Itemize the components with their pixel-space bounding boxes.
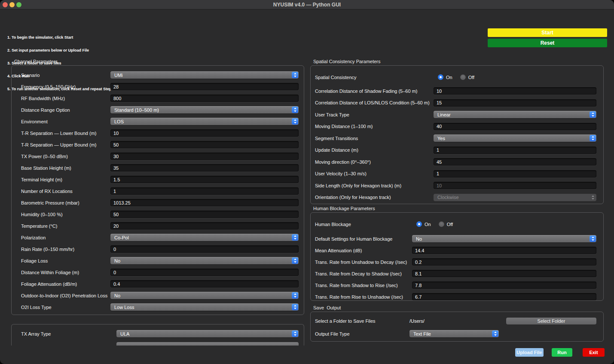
terminal-height-m-row: Terminal Height (m) xyxy=(21,176,299,183)
orientation-only-for-hexagon-track-select: Clockwise xyxy=(434,194,596,201)
spatial-consistency-radio-off[interactable]: Off xyxy=(460,74,474,80)
user-track-type-row: User Track TypeLinear xyxy=(315,111,596,118)
frequency-0-5-150-ghz-input[interactable] xyxy=(110,83,299,90)
trans-rate-from-decay-to-shadow-sec-row: Trans. Rate from Decay to Shadow (/sec) xyxy=(315,270,596,277)
distance-within-foliage-m-input[interactable] xyxy=(110,269,299,276)
start-button[interactable]: Start xyxy=(488,28,607,37)
foliage-attenuation-db-m-input[interactable] xyxy=(110,280,299,288)
spatial-consistency-title: Spatial Consistency Parameters xyxy=(313,59,381,64)
o2i-loss-type-select[interactable]: Low Loss xyxy=(110,303,299,311)
radio-button-icon xyxy=(416,221,422,227)
chevron-up-down-icon xyxy=(292,72,298,78)
channel-parameters-title: Channel Parameters xyxy=(14,59,58,64)
user-velocity-1-30-m-s-input[interactable] xyxy=(434,170,596,177)
exit-button[interactable]: Exit xyxy=(583,348,605,357)
human-blockage-label: Human Blockage xyxy=(315,222,412,227)
distance-range-option-select[interactable]: Standard (10–500 m) xyxy=(110,106,299,113)
terminal-height-m-input[interactable] xyxy=(110,176,299,183)
t-r-separation-lower-bound-m-input[interactable] xyxy=(110,129,299,137)
moving-distance-1-100-m-row: Moving Distance (1–100 m) xyxy=(315,123,596,130)
upload-file-button[interactable]: Upload File xyxy=(515,348,544,357)
selected-option-text: No xyxy=(416,236,590,242)
trans-rate-from-decay-to-shadow-sec-input[interactable] xyxy=(412,270,596,277)
select-folder-button[interactable]: Select Folder xyxy=(506,318,596,324)
barometric-pressure-mbar-input[interactable] xyxy=(110,199,299,206)
user-velocity-1-30-m-s-row: User Velocity (1–30 m/s) xyxy=(315,170,596,177)
rf-bandwidth-mhz-input[interactable] xyxy=(110,95,299,102)
tx-array-type-label: TX Array Type xyxy=(21,331,116,336)
selected-option-text: No xyxy=(114,293,292,298)
correlation-distance-of-los-nlos-condition-5-60-m-input[interactable] xyxy=(434,99,596,107)
t-r-separation-upper-bound-m-row: T-R Separation — Upper Bound (m) xyxy=(21,141,299,148)
foliage-loss-select[interactable]: No xyxy=(110,257,299,264)
tx-power-0-50-dbm-row: TX Power (0–50 dBm) xyxy=(21,153,299,160)
selected-option-text: ULA xyxy=(120,331,292,336)
human-blockage-title: Human Blockage Parameters xyxy=(313,206,375,211)
tx-power-0-50-dbm-input[interactable] xyxy=(110,153,299,160)
user-velocity-1-30-m-s-label: User Velocity (1–30 m/s) xyxy=(315,171,434,176)
segment-transitions-select[interactable]: Yes xyxy=(434,135,596,142)
trans-rate-from-unshadow-to-decay-sec-row: Trans. Rate from Unshadow to Decay (/sec… xyxy=(315,258,596,266)
chevron-up-down-icon xyxy=(292,107,298,113)
correlation-distance-of-shadow-fading-5-60-m-input[interactable] xyxy=(434,87,596,95)
update-distance-m-label: Update Distance (m) xyxy=(315,147,434,153)
user-track-type-select[interactable]: Linear xyxy=(434,111,596,118)
output-file-type-select[interactable]: Text File xyxy=(409,330,499,337)
human-blockage-radio-off[interactable]: Off xyxy=(439,221,453,227)
rain-rate-0-150-mm-hr-input[interactable] xyxy=(110,245,299,253)
trans-rate-from-unshadow-to-decay-sec-input[interactable] xyxy=(412,258,596,266)
environment-select[interactable]: LOS xyxy=(110,118,299,125)
tx-power-0-50-dbm-label: TX Power (0–50 dBm) xyxy=(21,154,110,159)
reset-button[interactable]: Reset xyxy=(488,39,607,47)
moving-distance-1-100-m-input[interactable] xyxy=(434,123,596,130)
tx-array-type-select[interactable]: ULA xyxy=(116,330,299,337)
t-r-separation-lower-bound-m-row: T-R Separation — Lower Bound (m) xyxy=(21,129,299,137)
save-output-title: Save Output xyxy=(313,305,341,310)
outdoor-to-indoor-o2i-penetration-loss-row: Outdoor-to-Indoor (O2I) Penetration Loss… xyxy=(21,292,299,299)
trans-rate-from-rise-to-unshadow-sec-input[interactable] xyxy=(412,293,596,300)
trans-rate-from-rise-to-unshadow-sec-label: Trans. Rate from Rise to Unshadow (/sec) xyxy=(315,294,412,300)
run-button[interactable]: Run xyxy=(552,348,572,357)
human-blockage-radio-on[interactable]: On xyxy=(416,221,431,227)
output-file-type-label: Output File Type xyxy=(315,331,409,336)
barometric-pressure-mbar-label: Barometric Pressure (mbar) xyxy=(21,200,110,205)
moving-direction-0-360-input[interactable] xyxy=(434,158,596,165)
select-a-folder-to-save-files-row: Select a Folder to Save Files/Users/Sele… xyxy=(315,317,596,324)
base-station-height-m-input[interactable] xyxy=(110,164,299,171)
polarization-select[interactable]: Co-Pol xyxy=(110,234,299,241)
t-r-separation-upper-bound-m-input[interactable] xyxy=(110,141,299,148)
output-file-type-row: Output File TypeText File xyxy=(315,330,596,337)
orientation-only-for-hexagon-track-label: Orientation (Only for Hexagon track) xyxy=(315,195,434,200)
selected-option-text: Clockwise xyxy=(437,195,590,200)
foliage-attenuation-db-m-row: Foliage Attenuation (dB/m) xyxy=(21,280,299,288)
update-distance-m-input[interactable] xyxy=(434,147,596,154)
number-of-rx-locations-input[interactable] xyxy=(110,187,299,195)
radio-button-icon xyxy=(438,74,443,80)
side-length-only-for-hexagon-track-m-row: Side Length (Only for Hexagon track) (m) xyxy=(315,182,596,189)
chevron-up-down-icon xyxy=(492,330,498,337)
barometric-pressure-mbar-row: Barometric Pressure (mbar) xyxy=(21,199,299,206)
spatial-consistency-radio-on[interactable]: On xyxy=(438,74,452,80)
selected-option-text: Text File xyxy=(413,331,492,336)
moving-direction-0-360-label: Moving direction (0°–360°) xyxy=(315,159,434,165)
o2i-loss-type-row: O2I Loss TypeLow Loss xyxy=(21,303,299,311)
chevron-up-down-icon xyxy=(292,118,298,125)
scenario-select[interactable]: UMi xyxy=(110,71,299,79)
selected-option-text: Low Loss xyxy=(114,305,292,310)
polarization-row: PolarizationCo-Pol xyxy=(21,234,299,241)
default-settings-for-human-blockage-label: Default Settings for Human Blockage xyxy=(315,236,412,242)
trans-rate-from-shadow-to-rise-sec-input[interactable] xyxy=(412,281,596,289)
chevron-up-down-icon xyxy=(292,304,298,310)
t-r-separation-upper-bound-m-label: T-R Separation — Upper Bound (m) xyxy=(21,142,110,147)
temperature-c-input[interactable] xyxy=(110,222,299,229)
moving-distance-1-100-m-label: Moving Distance (1–100 m) xyxy=(315,124,434,129)
spatial-consistency-panel: Spatial Consistency Parameters Spatial C… xyxy=(310,65,604,204)
trans-rate-from-unshadow-to-decay-sec-label: Trans. Rate from Unshadow to Decay (/sec… xyxy=(315,260,412,265)
segment-transitions-row: Segment TransitionsYes xyxy=(315,135,596,142)
environment-row: EnvironmentLOS xyxy=(21,118,299,125)
outdoor-to-indoor-o2i-penetration-loss-select[interactable]: No xyxy=(110,292,299,299)
mean-attenuation-db-input[interactable] xyxy=(412,247,596,254)
humidity-0-100-label: Humidity (0–100 %) xyxy=(21,212,110,217)
default-settings-for-human-blockage-select[interactable]: No xyxy=(412,235,596,242)
humidity-0-100-input[interactable] xyxy=(110,211,299,218)
